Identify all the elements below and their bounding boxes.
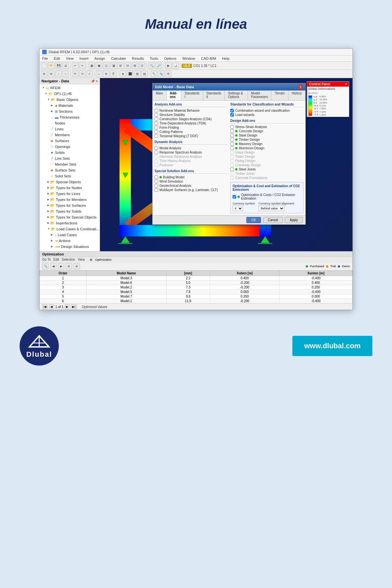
nav-imperfections[interactable]: ▶ 📂 Imperfections (40, 220, 100, 226)
tab-model-params[interactable]: Model Parameters (248, 90, 272, 100)
torsional-warping-checkbox[interactable] (155, 134, 158, 138)
menu-assign[interactable]: Assign (94, 56, 106, 61)
tb-b7[interactable]: ⊠ (132, 62, 138, 69)
response-spectrum-checkbox[interactable] (155, 151, 158, 154)
tb2-10[interactable]: ☰ (110, 71, 117, 77)
menu-file[interactable]: File (41, 56, 49, 61)
tb2-3[interactable]: ↕ (55, 71, 62, 77)
nav-pin[interactable]: 📌 × (91, 79, 98, 83)
nav-project[interactable]: ▼ 📁 OP1 (1).rf6 (40, 91, 100, 97)
tb-redo[interactable]: ↪ (79, 62, 86, 69)
nav-surfaces[interactable]: ◉ Surfaces (40, 138, 100, 144)
structure-stability-checkbox[interactable] (155, 113, 158, 117)
cp-close-icon[interactable]: × (345, 82, 347, 86)
tb2-13[interactable]: ▧ (134, 71, 140, 77)
tb-open[interactable]: 📂 (48, 62, 55, 69)
menu-results[interactable]: Results (131, 56, 145, 61)
currency-select[interactable]: € (233, 206, 243, 211)
opt-edit[interactable]: Edit (54, 258, 59, 261)
pag-first[interactable]: |◀ (42, 304, 48, 309)
nav-types-nodes[interactable]: ▶ 📂 Types for Nodes (40, 185, 100, 191)
menu-cad-bim[interactable]: CAD-BIM (200, 56, 217, 61)
nav-types-members[interactable]: ▶ 📂 Types for Members (40, 197, 100, 203)
tb2-12[interactable]: ⬛ (127, 71, 133, 77)
tab-history[interactable]: History (288, 90, 305, 100)
cutting-patterns-checkbox[interactable] (155, 130, 158, 134)
nav-design-situations[interactable]: ▶ ⟹ Design Situations (40, 244, 100, 250)
modal-checkbox[interactable] (155, 146, 158, 150)
aluminum-design-checkbox[interactable] (230, 146, 234, 150)
nav-types-solids[interactable]: ▶ 📂 Types for Solids (40, 208, 100, 214)
menu-calculate[interactable]: Calculate (110, 56, 127, 61)
pag-next[interactable]: ▶ (65, 304, 70, 309)
tda-checkbox[interactable] (155, 122, 158, 125)
tb-zoom-in[interactable]: 🔍 (148, 62, 155, 69)
stress-strain-checkbox[interactable] (230, 125, 234, 129)
opt-tool4[interactable]: ⊕ (66, 263, 72, 270)
opt-view[interactable]: View (78, 258, 85, 261)
tb-undo[interactable]: ↩ (72, 62, 78, 69)
tb-b2[interactable]: ▣ (96, 62, 102, 69)
geotechnical-checkbox[interactable] (155, 184, 158, 188)
tb2-16[interactable]: 🔩 (158, 71, 164, 77)
tb2-5[interactable]: ⟳ (72, 71, 78, 77)
combo-wizard-checkbox[interactable] (230, 109, 234, 112)
tb2-4[interactable]: ↔ (62, 71, 69, 77)
nav-solid-sets[interactable]: ▪ Solid Sets (40, 173, 100, 179)
masonry-design-checkbox[interactable] (230, 142, 234, 146)
tb2-7[interactable]: ⤢ (86, 71, 93, 77)
tab-settings[interactable]: Settings & Options (225, 90, 248, 100)
opt-goto[interactable]: Go To (42, 258, 51, 261)
tb-zoom-out[interactable]: 🔎 (155, 62, 162, 69)
menu-insert[interactable]: Insert (79, 56, 89, 61)
tab-addons[interactable]: Add-ons (167, 90, 181, 100)
tb2-8[interactable]: ⌂ (96, 71, 102, 77)
steel-joints-checkbox[interactable] (230, 168, 234, 171)
pag-prev[interactable]: ◀ (49, 304, 54, 309)
tb2-2[interactable]: ⊗ (48, 71, 55, 77)
nav-surface-sets[interactable]: ◉ Surface Sets (40, 167, 100, 173)
menu-edit[interactable]: Edit (53, 56, 61, 61)
apply-button[interactable]: Apply (285, 217, 303, 223)
tab-standards2[interactable]: Standards II (203, 90, 225, 100)
nav-special-objects[interactable]: ▶ 📂 Special Objects (40, 179, 100, 185)
opt-tool5[interactable]: ⊗ (74, 263, 80, 270)
menu-view[interactable]: View (65, 56, 74, 61)
dlg-close-button[interactable]: × (298, 85, 303, 89)
tb-new[interactable]: 📄 (41, 62, 47, 69)
menu-options[interactable]: Options (163, 56, 177, 61)
load-wizards-right-checkbox[interactable] (230, 113, 234, 117)
form-finding-checkbox[interactable] (155, 126, 158, 129)
tb-b4[interactable]: ◨ (110, 62, 117, 69)
nav-members[interactable]: ╱ Members (40, 132, 100, 138)
tb2-6[interactable]: ⟲ (79, 71, 86, 77)
tb2-9[interactable]: ⊕ (103, 71, 109, 77)
tb2-1[interactable]: ⊕ (41, 71, 47, 77)
tb-results[interactable]: 📊 (172, 62, 179, 69)
alignment-select[interactable]: Behind value (259, 206, 285, 211)
menu-help[interactable]: Help (221, 56, 230, 61)
tab-standards1[interactable]: Standards I (181, 90, 203, 100)
menu-window[interactable]: Window (182, 56, 196, 61)
menu-bar[interactable]: File Edit View Insert Assign Calculate R… (40, 56, 352, 62)
tb-b1[interactable]: ▦ (89, 62, 95, 69)
nav-sections[interactable]: ▶ ⊞ Sections (40, 108, 100, 114)
steel-design-checkbox[interactable] (230, 134, 234, 137)
nav-actions[interactable]: ▶ ⇒ Actions (40, 238, 100, 244)
wind-simulation-checkbox[interactable] (155, 180, 158, 183)
opt-tool2[interactable]: ◀ (50, 263, 57, 270)
tb-calc[interactable]: ▶ (165, 62, 172, 69)
opt-tool1[interactable]: 🔍 (42, 263, 49, 270)
optimization-costs-checkbox[interactable] (233, 195, 236, 199)
ok-button[interactable]: OK (246, 217, 261, 223)
tb-save[interactable]: 💾 (55, 62, 62, 69)
nav-basic-objects[interactable]: ▼ 📂 Basic Objects (40, 97, 100, 103)
csa-checkbox[interactable] (155, 117, 158, 121)
tb2-11[interactable]: ◈ (120, 71, 126, 77)
tb-b8[interactable]: ⊡ (139, 62, 145, 69)
nav-load-cases[interactable]: ▶ ↓ Load Cases (40, 232, 100, 238)
tb-b3[interactable]: ◫ (103, 62, 109, 69)
tb2-15[interactable]: 🔧 (151, 71, 157, 77)
nav-line-sets[interactable]: ╱ Line Sets (40, 155, 100, 161)
nav-member-sets[interactable]: ⋰ Member Sets (40, 161, 100, 167)
